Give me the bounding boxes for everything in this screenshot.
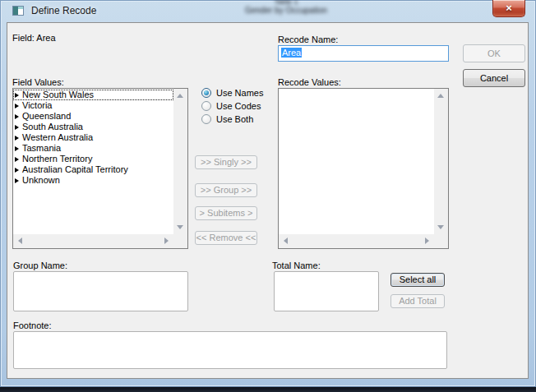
scroll-right-icon[interactable] [425, 238, 429, 244]
scroll-down-icon[interactable] [177, 225, 183, 229]
field-values-vertical-scrollbar[interactable] [173, 89, 187, 234]
radio-use-names[interactable]: Use Names [201, 87, 263, 99]
field-value-item[interactable]: Victoria [13, 100, 173, 111]
field-value-item[interactable]: Australian Capital Territory [13, 164, 173, 175]
field-value-item[interactable]: Queensland [13, 111, 173, 122]
field-value-item[interactable]: Western Australia [13, 132, 173, 143]
field-value-label: Unknown [22, 175, 60, 186]
field-value-label: Northern Territory [22, 154, 92, 164]
scroll-up-icon[interactable] [437, 94, 444, 98]
dialog-icon [12, 6, 24, 16]
scrollbar-corner [173, 234, 187, 248]
singly-button[interactable]: >> Singly >> [195, 155, 257, 169]
field-value-label: New South Wales [22, 90, 94, 100]
radio-icon [201, 101, 211, 111]
field-value-label: Tasmania [22, 143, 61, 154]
field-value-label: Australian Capital Territory [22, 164, 128, 175]
field-value-item[interactable]: New South Wales [13, 90, 173, 100]
screen: Table 1 Gender by Occupation Define Reco… [0, 0, 536, 392]
total-name-input[interactable] [274, 271, 379, 311]
select-all-button[interactable]: Select all [390, 273, 445, 287]
close-button[interactable]: × [492, 0, 525, 17]
item-marker-icon [15, 104, 19, 108]
dialog-title: Define Recode [31, 5, 96, 16]
radio-use-both[interactable]: Use Both [201, 113, 253, 125]
field-value-item[interactable]: South Australia [13, 122, 173, 132]
field-value-item[interactable]: Tasmania [13, 143, 173, 154]
recode-values-list [279, 89, 434, 234]
field-value-item[interactable]: Northern Territory [13, 154, 173, 164]
background-window-edge [0, 387, 536, 392]
field-label: Field: Area [12, 33, 56, 43]
scroll-down-icon[interactable] [437, 225, 444, 229]
field-values-listbox[interactable]: New South WalesVictoriaQueenslandSouth A… [12, 88, 188, 249]
cancel-button[interactable]: Cancel [463, 69, 525, 87]
background-window-title: Table 1 Gender by Occupation [196, 0, 377, 16]
scroll-left-icon[interactable] [284, 238, 288, 244]
scroll-up-icon[interactable] [177, 94, 183, 98]
item-marker-icon [15, 93, 19, 98]
dialog-titlebar[interactable]: Table 1 Gender by Occupation Define Reco… [7, 0, 529, 22]
scroll-right-icon[interactable] [164, 238, 169, 244]
field-values-list: New South WalesVictoriaQueenslandSouth A… [13, 89, 173, 234]
field-value-label: Victoria [22, 100, 52, 111]
field-value-label: Queensland [22, 111, 71, 122]
close-icon: × [506, 2, 512, 14]
field-value-item[interactable]: Unknown [13, 175, 173, 186]
group-name-label: Group Name: [13, 261, 67, 270]
field-value-label: Western Australia [22, 132, 93, 143]
item-marker-icon [15, 146, 19, 151]
subitems-button[interactable]: > Subitems > [195, 206, 257, 220]
radio-icon [201, 88, 211, 98]
recode-name-input[interactable]: Area [278, 45, 449, 62]
scroll-left-icon[interactable] [18, 238, 22, 244]
footnote-input[interactable] [13, 331, 447, 369]
radio-use-codes[interactable]: Use Codes [201, 100, 261, 112]
field-values-horizontal-scrollbar[interactable] [13, 234, 173, 248]
radio-label: Use Both [216, 114, 253, 124]
recode-name-selected-text: Area [281, 48, 302, 58]
field-value-label: South Australia [22, 122, 83, 132]
recode-values-listbox[interactable] [278, 88, 449, 249]
recode-values-label: Recode Values: [278, 77, 341, 87]
group-button[interactable]: >> Group >> [195, 183, 257, 197]
recode-values-horizontal-scrollbar[interactable] [279, 234, 434, 248]
radio-icon [201, 114, 211, 124]
group-name-input[interactable] [13, 271, 188, 311]
radio-label: Use Names [216, 88, 263, 98]
recode-name-label: Recode Name: [278, 35, 338, 44]
radio-label: Use Codes [216, 101, 261, 111]
item-marker-icon [15, 136, 19, 141]
ok-button[interactable]: OK [463, 44, 525, 62]
item-marker-icon [15, 178, 19, 183]
footnote-label: Footnote: [13, 321, 51, 330]
remove-button[interactable]: << Remove << [195, 231, 257, 245]
item-marker-icon [15, 157, 19, 162]
total-name-label: Total Name: [272, 261, 321, 270]
scrollbar-corner [434, 234, 448, 248]
dialog-body: Field: Area Recode Name: Area OK Cancel … [7, 22, 529, 379]
add-total-button[interactable]: Add Total [390, 294, 445, 308]
recode-values-vertical-scrollbar[interactable] [434, 89, 448, 234]
item-marker-icon [15, 125, 19, 130]
field-values-label: Field Values: [12, 77, 64, 87]
item-marker-icon [15, 168, 19, 173]
item-marker-icon [15, 114, 19, 119]
